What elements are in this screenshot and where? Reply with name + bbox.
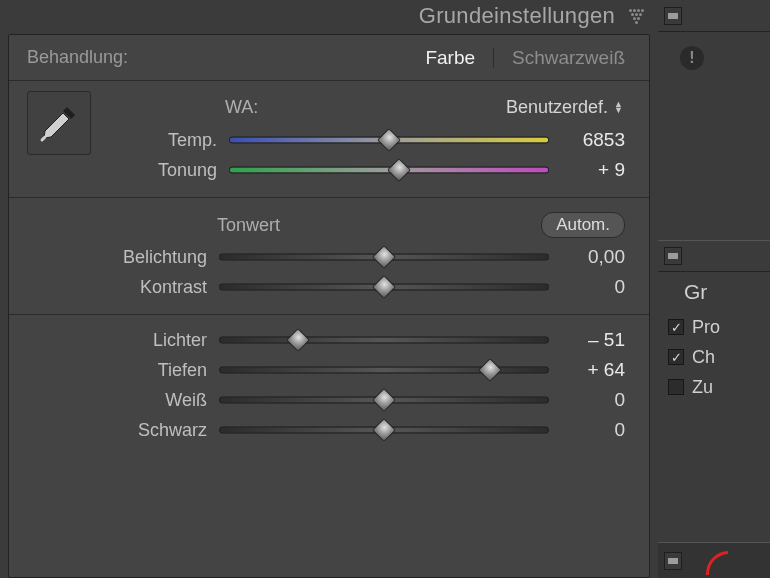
check-ch-label: Ch [692, 347, 715, 368]
exposure-label: Belichtung [31, 247, 207, 268]
check-ch[interactable] [668, 349, 684, 365]
tint-label: Tonung [109, 160, 217, 181]
side-panel-switch-2[interactable] [664, 247, 682, 265]
treatment-label: Behandlung: [27, 47, 128, 68]
check-pro-label: Pro [692, 317, 720, 338]
panel-title: Grundeinstellungen [419, 3, 615, 29]
tone-label: Tonwert [217, 215, 280, 236]
shadows-slider[interactable] [219, 361, 549, 379]
whites-label: Weiß [31, 390, 207, 411]
tint-slider[interactable] [229, 161, 549, 179]
temp-slider[interactable] [229, 131, 549, 149]
panel-options-icon[interactable] [629, 9, 644, 24]
tab-color[interactable]: Farbe [419, 43, 481, 73]
contrast-value[interactable]: 0 [561, 276, 625, 298]
blacks-slider[interactable] [219, 421, 549, 439]
wa-dropdown[interactable]: Benutzerdef. ▲▼ [506, 97, 623, 118]
side-section-title: Gr [684, 280, 770, 304]
reset-icon[interactable] [688, 547, 728, 575]
contrast-label: Kontrast [31, 277, 207, 298]
temp-label: Temp. [109, 130, 217, 151]
whites-value[interactable]: 0 [561, 389, 625, 411]
side-panel-switch-3[interactable] [664, 552, 682, 570]
shadows-value[interactable]: + 64 [561, 359, 625, 381]
eyedropper-icon [37, 101, 81, 145]
contrast-slider[interactable] [219, 278, 549, 296]
highlights-slider[interactable] [219, 331, 549, 349]
wa-dropdown-value: Benutzerdef. [506, 97, 608, 118]
check-pro[interactable] [668, 319, 684, 335]
tint-value[interactable]: + 9 [561, 159, 625, 181]
tab-blackwhite[interactable]: Schwarzweiß [506, 43, 631, 73]
alert-icon[interactable]: ! [680, 46, 704, 70]
temp-value[interactable]: 6853 [561, 129, 625, 151]
blacks-value[interactable]: 0 [561, 419, 625, 441]
basic-panel: Behandlung: Farbe Schwarzweiß [8, 34, 650, 578]
treatment-bar: Behandlung: Farbe Schwarzweiß [9, 35, 649, 81]
highlights-value[interactable]: – 51 [561, 329, 625, 351]
eyedropper-tool[interactable] [27, 91, 91, 155]
highlights-label: Lichter [31, 330, 207, 351]
whites-slider[interactable] [219, 391, 549, 409]
wa-label: WA: [225, 97, 258, 118]
auto-button[interactable]: Autom. [541, 212, 625, 238]
blacks-label: Schwarz [31, 420, 207, 441]
check-zu[interactable] [668, 379, 684, 395]
exposure-slider[interactable] [219, 248, 549, 266]
shadows-label: Tiefen [31, 360, 207, 381]
check-zu-label: Zu [692, 377, 713, 398]
updown-icon: ▲▼ [614, 101, 623, 113]
side-panel-switch-1[interactable] [664, 7, 682, 25]
exposure-value[interactable]: 0,00 [561, 246, 625, 268]
